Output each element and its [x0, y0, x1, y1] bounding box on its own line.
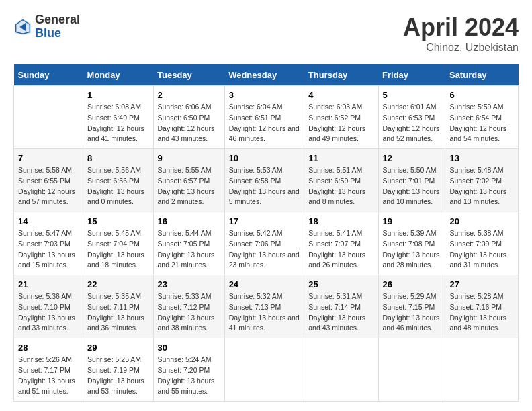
calendar-cell: 2Sunrise: 6:06 AMSunset: 6:50 PMDaylight…	[153, 86, 224, 149]
day-number: 7	[18, 153, 79, 163]
day-info: Sunrise: 5:25 AMSunset: 7:19 PMDaylight:…	[87, 355, 148, 397]
day-number: 22	[87, 279, 148, 289]
calendar-cell	[224, 338, 304, 402]
day-info: Sunrise: 5:47 AMSunset: 7:03 PMDaylight:…	[18, 228, 79, 271]
day-number: 10	[229, 153, 300, 163]
day-number: 1	[87, 90, 148, 100]
day-info: Sunrise: 5:56 AMSunset: 6:56 PMDaylight:…	[87, 165, 148, 208]
day-info: Sunrise: 5:24 AMSunset: 7:20 PMDaylight:…	[158, 355, 220, 397]
calendar-cell: 26Sunrise: 5:29 AMSunset: 7:15 PMDayligh…	[378, 275, 445, 338]
day-number: 6	[449, 90, 514, 100]
logo-icon	[13, 17, 32, 36]
logo-general: General	[35, 13, 80, 27]
calendar-cell: 13Sunrise: 5:48 AMSunset: 7:02 PMDayligh…	[445, 149, 519, 212]
day-number: 4	[308, 90, 373, 100]
day-number: 27	[449, 279, 514, 289]
day-number: 3	[229, 90, 300, 100]
page-header: General Blue April 2024 Chinoz, Uzbekist…	[13, 13, 519, 54]
day-number: 14	[18, 216, 79, 226]
calendar-week-row: 28Sunrise: 5:26 AMSunset: 7:17 PMDayligh…	[14, 338, 519, 402]
calendar-cell: 4Sunrise: 6:03 AMSunset: 6:52 PMDaylight…	[304, 86, 378, 149]
calendar-cell: 10Sunrise: 5:53 AMSunset: 6:58 PMDayligh…	[224, 149, 304, 212]
day-info: Sunrise: 5:53 AMSunset: 6:58 PMDaylight:…	[229, 165, 300, 208]
day-info: Sunrise: 6:08 AMSunset: 6:49 PMDaylight:…	[87, 102, 148, 144]
calendar-cell: 18Sunrise: 5:41 AMSunset: 7:07 PMDayligh…	[304, 212, 378, 275]
month-title: April 2024	[403, 13, 519, 42]
day-number: 5	[383, 90, 441, 100]
calendar-cell: 22Sunrise: 5:35 AMSunset: 7:11 PMDayligh…	[83, 275, 153, 338]
day-number: 2	[158, 90, 220, 100]
day-number: 26	[383, 279, 441, 289]
day-number: 19	[383, 216, 441, 226]
day-info: Sunrise: 5:45 AMSunset: 7:04 PMDaylight:…	[87, 228, 148, 271]
weekday-header: Sunday	[14, 64, 83, 86]
day-info: Sunrise: 5:28 AMSunset: 7:16 PMDaylight:…	[449, 291, 514, 334]
day-info: Sunrise: 5:32 AMSunset: 7:13 PMDaylight:…	[229, 291, 300, 334]
weekday-header: Monday	[83, 64, 153, 86]
weekday-header: Saturday	[445, 64, 519, 86]
day-number: 11	[308, 153, 373, 163]
calendar-week-row: 21Sunrise: 5:36 AMSunset: 7:10 PMDayligh…	[14, 275, 519, 338]
calendar-cell: 20Sunrise: 5:38 AMSunset: 7:09 PMDayligh…	[445, 212, 519, 275]
weekday-header: Wednesday	[224, 64, 304, 86]
calendar-cell: 28Sunrise: 5:26 AMSunset: 7:17 PMDayligh…	[14, 338, 83, 402]
logo: General Blue	[13, 13, 80, 40]
day-info: Sunrise: 5:33 AMSunset: 7:12 PMDaylight:…	[158, 291, 220, 334]
day-info: Sunrise: 5:35 AMSunset: 7:11 PMDaylight:…	[87, 291, 148, 334]
calendar-week-row: 1Sunrise: 6:08 AMSunset: 6:49 PMDaylight…	[14, 86, 519, 149]
calendar-cell: 11Sunrise: 5:51 AMSunset: 6:59 PMDayligh…	[304, 149, 378, 212]
calendar-cell	[378, 338, 445, 402]
day-info: Sunrise: 5:41 AMSunset: 7:07 PMDaylight:…	[308, 228, 373, 271]
calendar-week-row: 14Sunrise: 5:47 AMSunset: 7:03 PMDayligh…	[14, 212, 519, 275]
calendar-cell: 14Sunrise: 5:47 AMSunset: 7:03 PMDayligh…	[14, 212, 83, 275]
day-info: Sunrise: 6:01 AMSunset: 6:53 PMDaylight:…	[383, 102, 441, 144]
day-info: Sunrise: 5:42 AMSunset: 7:06 PMDaylight:…	[229, 228, 300, 271]
calendar-cell: 3Sunrise: 6:04 AMSunset: 6:51 PMDaylight…	[224, 86, 304, 149]
day-info: Sunrise: 5:31 AMSunset: 7:14 PMDaylight:…	[308, 291, 373, 334]
day-info: Sunrise: 5:59 AMSunset: 6:54 PMDaylight:…	[449, 102, 514, 144]
calendar-cell: 12Sunrise: 5:50 AMSunset: 7:01 PMDayligh…	[378, 149, 445, 212]
day-info: Sunrise: 5:36 AMSunset: 7:10 PMDaylight:…	[18, 291, 79, 334]
weekday-header: Tuesday	[153, 64, 224, 86]
day-number: 20	[449, 216, 514, 226]
day-info: Sunrise: 5:44 AMSunset: 7:05 PMDaylight:…	[158, 228, 220, 271]
calendar-cell	[14, 86, 83, 149]
logo-blue: Blue	[35, 27, 80, 40]
day-number: 17	[229, 216, 300, 226]
day-info: Sunrise: 5:26 AMSunset: 7:17 PMDaylight:…	[18, 355, 79, 397]
calendar-cell: 30Sunrise: 5:24 AMSunset: 7:20 PMDayligh…	[153, 338, 224, 402]
weekday-header: Friday	[378, 64, 445, 86]
day-number: 21	[18, 279, 79, 289]
weekday-header: Thursday	[304, 64, 378, 86]
location-title: Chinoz, Uzbekistan	[403, 42, 519, 54]
day-number: 8	[87, 153, 148, 163]
header-row: SundayMondayTuesdayWednesdayThursdayFrid…	[14, 64, 519, 86]
day-info: Sunrise: 5:48 AMSunset: 7:02 PMDaylight:…	[449, 165, 514, 208]
calendar-cell: 21Sunrise: 5:36 AMSunset: 7:10 PMDayligh…	[14, 275, 83, 338]
day-number: 16	[158, 216, 220, 226]
calendar-cell: 27Sunrise: 5:28 AMSunset: 7:16 PMDayligh…	[445, 275, 519, 338]
calendar-cell: 24Sunrise: 5:32 AMSunset: 7:13 PMDayligh…	[224, 275, 304, 338]
calendar-cell: 9Sunrise: 5:55 AMSunset: 6:57 PMDaylight…	[153, 149, 224, 212]
calendar-week-row: 7Sunrise: 5:58 AMSunset: 6:55 PMDaylight…	[14, 149, 519, 212]
calendar-cell: 17Sunrise: 5:42 AMSunset: 7:06 PMDayligh…	[224, 212, 304, 275]
day-number: 23	[158, 279, 220, 289]
day-info: Sunrise: 6:06 AMSunset: 6:50 PMDaylight:…	[158, 102, 220, 144]
calendar-cell: 7Sunrise: 5:58 AMSunset: 6:55 PMDaylight…	[14, 149, 83, 212]
calendar-cell: 6Sunrise: 5:59 AMSunset: 6:54 PMDaylight…	[445, 86, 519, 149]
day-number: 29	[87, 342, 148, 353]
day-number: 28	[18, 342, 79, 353]
day-info: Sunrise: 5:39 AMSunset: 7:08 PMDaylight:…	[383, 228, 441, 271]
logo-text: General Blue	[35, 13, 80, 40]
calendar-cell: 5Sunrise: 6:01 AMSunset: 6:53 PMDaylight…	[378, 86, 445, 149]
calendar-cell: 15Sunrise: 5:45 AMSunset: 7:04 PMDayligh…	[83, 212, 153, 275]
day-number: 18	[308, 216, 373, 226]
day-number: 13	[449, 153, 514, 163]
day-number: 24	[229, 279, 300, 289]
calendar-cell: 25Sunrise: 5:31 AMSunset: 7:14 PMDayligh…	[304, 275, 378, 338]
calendar-cell: 29Sunrise: 5:25 AMSunset: 7:19 PMDayligh…	[83, 338, 153, 402]
day-info: Sunrise: 5:58 AMSunset: 6:55 PMDaylight:…	[18, 165, 79, 208]
day-number: 9	[158, 153, 220, 163]
day-info: Sunrise: 5:51 AMSunset: 6:59 PMDaylight:…	[308, 165, 373, 208]
calendar-table: SundayMondayTuesdayWednesdayThursdayFrid…	[13, 64, 519, 402]
